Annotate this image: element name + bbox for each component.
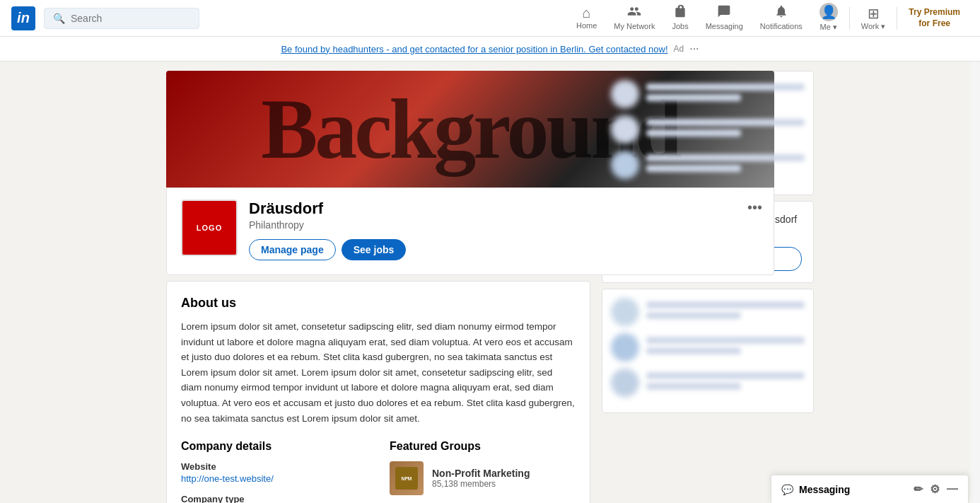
blurred-lines-6 bbox=[646, 372, 805, 393]
blurred-avatar-6 bbox=[611, 369, 639, 397]
groups-title: Featured Groups bbox=[390, 440, 576, 453]
messaging-bar[interactable]: 💬 Messaging ✏ ⚙ — bbox=[771, 475, 969, 503]
notifications-icon bbox=[774, 4, 788, 21]
blurred-line-3 bbox=[646, 154, 805, 161]
group-members-1: 85,138 members bbox=[432, 479, 530, 489]
ad-text: Be found by headhunters - and get contac… bbox=[281, 44, 667, 54]
nav-premium[interactable]: Try Premium for Free bbox=[900, 0, 969, 37]
nav-my-network[interactable]: My Network bbox=[605, 0, 663, 37]
type-label: Company type bbox=[181, 494, 367, 503]
details-title: Company details bbox=[181, 440, 367, 453]
website-label: Website bbox=[181, 461, 367, 472]
ad-options[interactable]: ··· bbox=[689, 42, 699, 55]
blurred-line-short-2 bbox=[646, 129, 741, 137]
group-logo-1: NPM bbox=[390, 461, 424, 495]
blurred-line-short-5 bbox=[646, 347, 741, 354]
blurred-row-6 bbox=[611, 369, 805, 397]
profile-info: Dräusdorf Philanthropy Manage page See j… bbox=[249, 200, 759, 260]
cover-area: Background ••• LOGO Dräusdorf Philanthro… bbox=[166, 71, 774, 275]
blurred-avatar-5 bbox=[611, 333, 639, 362]
blurred-row-4 bbox=[611, 298, 805, 326]
blurred-avatar-2 bbox=[611, 115, 639, 144]
avatar: 👤 bbox=[819, 3, 838, 21]
messaging-settings-icon[interactable]: ⚙ bbox=[930, 482, 940, 496]
details-groups: Company details Website http://one-test.… bbox=[181, 440, 576, 503]
nav-notifications[interactable]: Notifications bbox=[752, 0, 811, 37]
blurred-avatar-4 bbox=[611, 298, 639, 326]
blurred-line-short-4 bbox=[646, 312, 741, 319]
messaging-chat-icon: 💬 bbox=[781, 484, 793, 495]
ad-link[interactable]: Be found by headhunters - and get contac… bbox=[281, 44, 667, 54]
blurred-lines-4 bbox=[646, 301, 805, 323]
profile-actions: Manage page See jobs bbox=[249, 239, 759, 260]
about-title: About us bbox=[181, 296, 576, 311]
search-input[interactable] bbox=[71, 13, 190, 24]
home-icon: ⌂ bbox=[583, 6, 591, 20]
nav-work[interactable]: ⊞ Work ▾ bbox=[853, 0, 894, 37]
blurred-line-2 bbox=[646, 119, 805, 126]
blurred-lines-5 bbox=[646, 337, 805, 358]
network-icon bbox=[627, 4, 641, 21]
blurred-avatar-3 bbox=[611, 151, 639, 179]
blurred-line-short-6 bbox=[646, 383, 741, 390]
blurred-card-2 bbox=[602, 289, 814, 413]
topnav: in 🔍 ⌂ Home My Network Jobs Messaging bbox=[0, 0, 980, 37]
nav-messaging[interactable]: Messaging bbox=[697, 0, 752, 37]
linkedin-logo[interactable]: in bbox=[11, 6, 35, 30]
messaging-label: Messaging bbox=[799, 484, 850, 495]
company-name: Dräusdorf bbox=[249, 200, 759, 218]
website-value: http://one-test.website/ bbox=[181, 473, 367, 484]
messaging-edit-icon[interactable]: ✏ bbox=[914, 482, 923, 496]
more-options-button[interactable]: ••• bbox=[747, 200, 762, 216]
company-logo: LOGO bbox=[181, 200, 238, 256]
main-column: Background ••• LOGO Dräusdorf Philanthro… bbox=[166, 71, 590, 503]
group-info-1: Non-Profit Marketing 85,138 members bbox=[432, 468, 530, 489]
ad-label: Ad bbox=[674, 44, 684, 54]
group-name-1: Non-Profit Marketing bbox=[432, 468, 530, 479]
blurred-line-6 bbox=[646, 372, 805, 379]
messaging-bar-actions: ✏ ⚙ — bbox=[914, 482, 958, 496]
blurred-line-short-3 bbox=[646, 165, 741, 172]
blurred-line-4 bbox=[646, 301, 805, 308]
see-jobs-button[interactable]: See jobs bbox=[342, 239, 407, 260]
right-panel: 💬 Suggest competitors for Dräusdorf Sugg… bbox=[602, 71, 814, 503]
jobs-icon bbox=[673, 4, 687, 21]
ad-banner: Be found by headhunters - and get contac… bbox=[0, 37, 980, 62]
blurred-line bbox=[646, 83, 805, 91]
about-section: About us Lorem ipsum dolor sit amet, con… bbox=[166, 281, 590, 503]
search-icon: 🔍 bbox=[53, 13, 65, 24]
blurred-line-5 bbox=[646, 337, 805, 344]
blurred-line-short bbox=[646, 94, 741, 101]
nav-divider-2 bbox=[897, 7, 897, 30]
page-wrapper: Background ••• LOGO Dräusdorf Philanthro… bbox=[0, 0, 980, 503]
about-text: Lorem ipsum dolor sit amet, consetetur s… bbox=[181, 319, 576, 426]
featured-groups: Featured Groups NPM Non-Profit Marketing… bbox=[390, 440, 576, 503]
scrollbar[interactable] bbox=[970, 0, 980, 503]
profile-card: ••• LOGO Dräusdorf Philanthropy Manage p… bbox=[166, 187, 774, 275]
search-bar[interactable]: 🔍 bbox=[44, 8, 199, 29]
website-link[interactable]: http://one-test.website/ bbox=[181, 473, 274, 484]
blurred-row-5 bbox=[611, 333, 805, 362]
group-item-1[interactable]: NPM Non-Profit Marketing 85,138 members bbox=[390, 461, 576, 495]
profile-header: LOGO Dräusdorf Philanthropy Manage page … bbox=[181, 200, 759, 260]
blurred-avatar-1 bbox=[611, 80, 639, 108]
messaging-collapse-icon[interactable]: — bbox=[947, 482, 958, 496]
nav-me[interactable]: 👤 Me ▾ bbox=[811, 0, 846, 37]
nav-jobs[interactable]: Jobs bbox=[663, 0, 696, 37]
nav-items: ⌂ Home My Network Jobs Messaging Notif bbox=[568, 0, 969, 37]
nav-home[interactable]: ⌂ Home bbox=[568, 0, 605, 37]
company-tagline: Philanthropy bbox=[249, 219, 759, 231]
svg-text:NPM: NPM bbox=[402, 477, 412, 482]
manage-page-button[interactable]: Manage page bbox=[249, 239, 336, 260]
company-details: Company details Website http://one-test.… bbox=[181, 440, 367, 503]
messaging-icon bbox=[717, 4, 731, 21]
nav-divider bbox=[849, 7, 850, 30]
